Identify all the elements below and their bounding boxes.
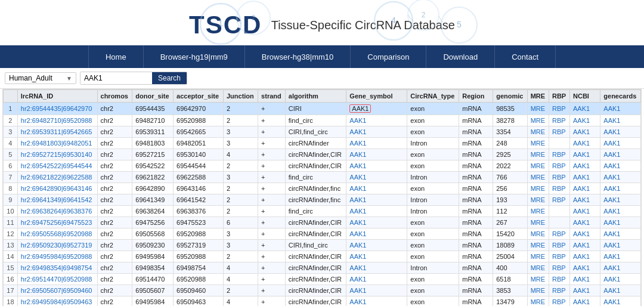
mre-link[interactable]: MRE: [531, 276, 545, 283]
rbp-link[interactable]: RBP: [552, 196, 566, 203]
rbp-cell[interactable]: RBP: [549, 285, 569, 296]
gene-symbol-link[interactable]: AAK1: [349, 242, 366, 249]
lrcrna-id[interactable]: hr2:69505607|69509460: [17, 285, 97, 296]
rbp-link[interactable]: RBP: [552, 105, 566, 112]
mre-link[interactable]: MRE: [531, 264, 545, 271]
gene-symbol[interactable]: AAK1: [346, 240, 407, 251]
genecards-link[interactable]: AAK1: [603, 151, 620, 158]
genecards-cell[interactable]: AAK1: [600, 115, 641, 126]
gene-symbol[interactable]: AAK1: [346, 183, 407, 194]
search-button[interactable]: Search: [152, 72, 187, 84]
ncbi-link[interactable]: AAK1: [573, 242, 590, 249]
gene-symbol[interactable]: AAK1: [346, 262, 407, 274]
genecards-cell[interactable]: AAK1: [600, 160, 641, 172]
rbp-link[interactable]: RBP: [552, 242, 566, 249]
gene-symbol[interactable]: AAK1: [346, 138, 407, 149]
gene-symbol[interactable]: AAK1: [346, 160, 407, 172]
mre-cell[interactable]: MRE: [527, 206, 549, 217]
genecards-cell[interactable]: AAK1: [600, 149, 641, 160]
gene-symbol-link[interactable]: AAK1: [349, 174, 366, 181]
gene-symbol-link[interactable]: AAK1: [349, 140, 366, 147]
mre-link[interactable]: MRE: [531, 174, 545, 181]
genecards-cell[interactable]: AAK1: [600, 262, 641, 274]
ncbi-link[interactable]: AAK1: [573, 105, 590, 112]
gene-symbol-link[interactable]: AAK1: [349, 219, 366, 226]
lrcrna-id[interactable]: hr2:69542522|69544544: [17, 160, 97, 172]
mre-link[interactable]: MRE: [531, 105, 545, 112]
ncbi-cell[interactable]: AAK1: [570, 172, 600, 183]
genecards-cell[interactable]: AAK1: [600, 103, 641, 115]
genecards-cell[interactable]: AAK1: [600, 194, 641, 206]
rbp-link[interactable]: RBP: [552, 287, 566, 294]
ncbi-cell[interactable]: AAK1: [570, 296, 600, 307]
genecards-link[interactable]: AAK1: [603, 208, 620, 215]
mre-cell[interactable]: MRE: [527, 115, 549, 126]
gene-symbol[interactable]: AAK1: [346, 285, 407, 296]
gene-symbol[interactable]: AAK1: [346, 115, 407, 126]
genecards-cell[interactable]: AAK1: [600, 228, 641, 240]
mre-cell[interactable]: MRE: [527, 160, 549, 172]
genecards-cell[interactable]: AAK1: [600, 206, 641, 217]
ncbi-cell[interactable]: AAK1: [570, 160, 600, 172]
rbp-cell[interactable]: RBP: [549, 274, 569, 285]
ncbi-link[interactable]: AAK1: [573, 219, 590, 226]
nav-contact[interactable]: Contact: [495, 45, 556, 68]
lrcrna-id[interactable]: hr2:69475256|69475523: [17, 217, 97, 228]
genecards-link[interactable]: AAK1: [603, 219, 620, 226]
rbp-cell[interactable]: RBP: [549, 172, 569, 183]
rbp-cell[interactable]: RBP: [549, 228, 569, 240]
ncbi-link[interactable]: AAK1: [573, 162, 590, 169]
genecards-link[interactable]: AAK1: [603, 128, 620, 135]
rbp-cell[interactable]: RBP: [549, 251, 569, 262]
gene-symbol-link[interactable]: AAK1: [349, 128, 366, 135]
rbp-cell[interactable]: RBP: [549, 160, 569, 172]
lrcrna-id[interactable]: hr2:69641349|69641542: [17, 194, 97, 206]
ncbi-link[interactable]: AAK1: [573, 264, 590, 271]
genecards-cell[interactable]: AAK1: [600, 285, 641, 296]
ncbi-cell[interactable]: AAK1: [570, 240, 600, 251]
gene-symbol[interactable]: AAK1: [346, 206, 407, 217]
lrcrna-id[interactable]: hr2:69481803|69482051: [17, 138, 97, 149]
genecards-link[interactable]: AAK1: [603, 230, 620, 237]
gene-symbol-link[interactable]: AAK1: [349, 151, 366, 158]
genecards-cell[interactable]: AAK1: [600, 183, 641, 194]
mre-cell[interactable]: MRE: [527, 285, 549, 296]
ncbi-cell[interactable]: AAK1: [570, 126, 600, 138]
gene-symbol[interactable]: AAK1: [346, 274, 407, 285]
gene-symbol[interactable]: AAK1: [346, 172, 407, 183]
mre-link[interactable]: MRE: [531, 128, 545, 135]
rbp-cell[interactable]: RBP: [549, 262, 569, 274]
gene-symbol-link[interactable]: AAK1: [349, 162, 366, 169]
mre-cell[interactable]: MRE: [527, 172, 549, 183]
genecards-cell[interactable]: AAK1: [600, 172, 641, 183]
genecards-link[interactable]: AAK1: [603, 174, 620, 181]
mre-cell[interactable]: MRE: [527, 296, 549, 307]
lrcrna-id[interactable]: hr2:69544435|69642970: [17, 103, 97, 115]
mre-link[interactable]: MRE: [531, 287, 545, 294]
rbp-cell[interactable]: RBP: [549, 240, 569, 251]
genecards-link[interactable]: AAK1: [603, 162, 620, 169]
ncbi-cell[interactable]: AAK1: [570, 138, 600, 149]
ncbi-link[interactable]: AAK1: [573, 276, 590, 283]
lrcrna-id[interactable]: hr2:69482710|69520988: [17, 115, 97, 126]
nav-home[interactable]: Home: [88, 45, 144, 68]
rbp-link[interactable]: RBP: [552, 253, 566, 260]
ncbi-link[interactable]: AAK1: [573, 253, 590, 260]
genecards-link[interactable]: AAK1: [603, 287, 620, 294]
genecards-link[interactable]: AAK1: [603, 105, 620, 112]
mre-cell[interactable]: MRE: [527, 262, 549, 274]
rbp-cell[interactable]: [549, 206, 569, 217]
gene-symbol[interactable]: AAK1: [346, 296, 407, 307]
mre-cell[interactable]: MRE: [527, 103, 549, 115]
rbp-link[interactable]: RBP: [552, 185, 566, 192]
lrcrna-id[interactable]: hr2:69495984|69520988: [17, 251, 97, 262]
rbp-link[interactable]: RBP: [552, 264, 566, 271]
mre-link[interactable]: MRE: [531, 298, 545, 305]
lrcrna-id[interactable]: hr2:69495984|69509463: [17, 296, 97, 307]
lrcrna-id[interactable]: hr2:69539311|69542665: [17, 126, 97, 138]
gene-symbol-link[interactable]: AAK1: [349, 253, 366, 260]
rbp-link[interactable]: RBP: [552, 174, 566, 181]
lrcrna-id[interactable]: hr2:69527215|69530140: [17, 149, 97, 160]
ncbi-link[interactable]: AAK1: [573, 117, 590, 124]
gene-symbol-link[interactable]: AAK1: [349, 298, 366, 305]
